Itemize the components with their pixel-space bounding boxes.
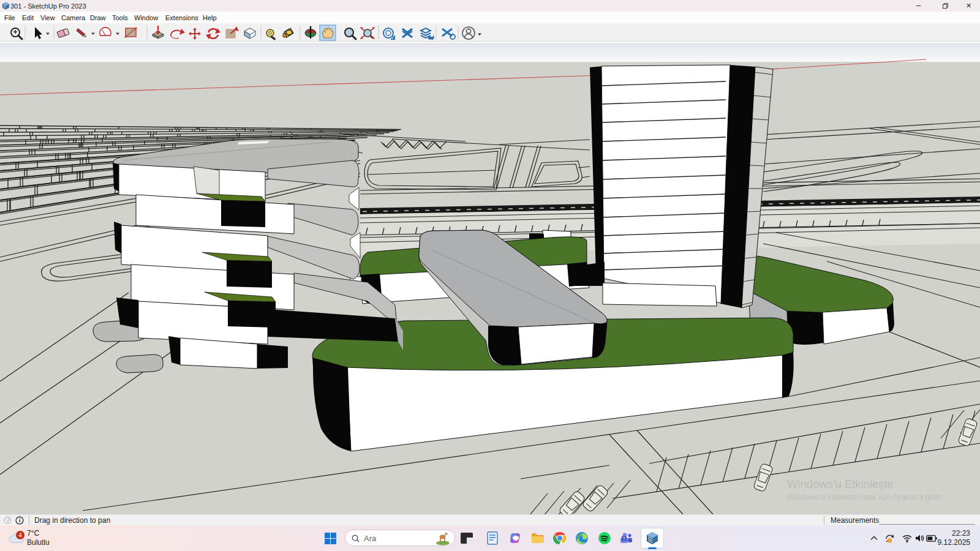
svg-text:T: T bbox=[623, 536, 625, 541]
svg-text:4: 4 bbox=[18, 532, 22, 539]
svg-text:Windows'u Etkinleştir: Windows'u Etkinleştir bbox=[787, 478, 894, 490]
svg-text:Windows'u etkinleştirmek için: Windows'u etkinleştirmek için Ayarlar'a … bbox=[787, 492, 944, 501]
